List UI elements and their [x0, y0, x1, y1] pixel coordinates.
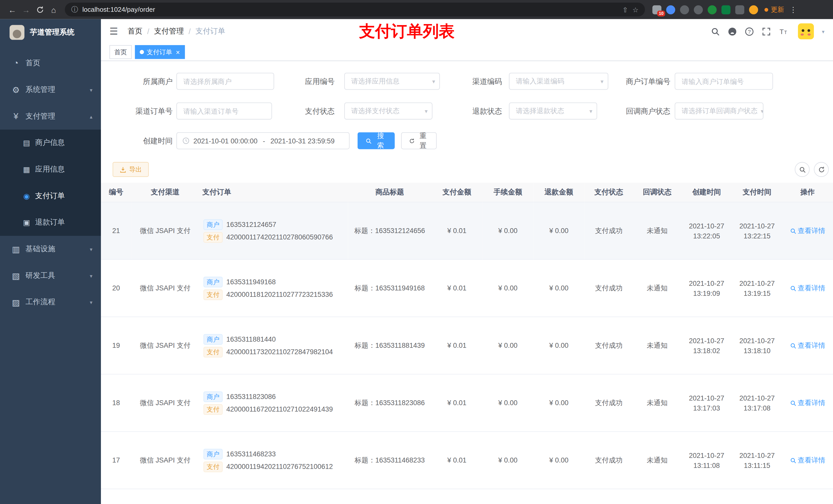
search-button-label: 搜索	[374, 131, 386, 150]
export-button[interactable]: 导出	[113, 162, 149, 177]
pay-channel-cell	[131, 489, 199, 504]
notify-status-cell: 未通知	[633, 374, 681, 432]
tab-home[interactable]: 首页	[110, 45, 132, 59]
sidebar-item-devtools[interactable]: ▧ 研发工具 ▾	[0, 263, 101, 289]
sidebar-item-home[interactable]: ◔ 首页	[0, 50, 101, 77]
search-button[interactable]: 搜索	[358, 132, 395, 149]
hamburger-icon[interactable]: ☰	[110, 26, 118, 38]
table-row[interactable]: 18 微信 JSAPI 支付 商户 1635311823086 支付 42000…	[101, 374, 833, 432]
sidebar-item-workflow[interactable]: ▨ 工作流程 ▾	[0, 289, 101, 315]
close-icon[interactable]: ×	[176, 49, 180, 55]
extension-icon-2[interactable]	[694, 5, 703, 14]
goods-title-cell	[348, 489, 431, 504]
pay-status-filter-select[interactable]: 请选择支付状态▾	[344, 102, 432, 119]
view-detail-link[interactable]: 查看详情	[790, 283, 825, 293]
extension-chat-icon[interactable]	[721, 5, 730, 14]
select-placeholder: 请选择退款状态	[516, 106, 564, 116]
select-placeholder: 请选择订单回调商户状态	[682, 106, 758, 116]
sidebar-item-refund-order[interactable]: ▣ 退款订单	[0, 209, 101, 236]
github-icon[interactable]	[728, 27, 737, 36]
bookmark-icon[interactable]: ☆	[633, 6, 639, 14]
browser-back-icon[interactable]: ←	[5, 3, 19, 16]
chevron-down-icon: ▾	[761, 107, 763, 115]
pay-time: 13:18:10	[735, 345, 779, 356]
search-icon[interactable]	[711, 27, 720, 36]
tab-pay-order[interactable]: 支付订单 ×	[135, 45, 185, 59]
view-detail-link[interactable]: 查看详情	[790, 455, 825, 465]
date-start-value[interactable]: 2021-10-01 00:00:00	[193, 137, 257, 145]
app-logo[interactable]: 芋道管理系统	[0, 19, 101, 46]
pay-order-no: 4200001174202110278060590766	[227, 233, 333, 241]
avatar-caret-icon[interactable]: ▾	[822, 28, 824, 34]
extension-icon-1[interactable]	[680, 5, 689, 14]
address-bar[interactable]: ⓘ localhost:1024/pay/order ⇧ ☆	[65, 3, 645, 16]
sidebar-item-payment[interactable]: ¥ 支付管理 ▴	[0, 103, 101, 129]
create-time-range-picker[interactable]: 2021-10-01 00:00:00 - 2021-10-31 23:59:5…	[176, 132, 350, 149]
view-detail-link[interactable]: 查看详情	[790, 226, 825, 235]
share-icon[interactable]: ⇧	[622, 6, 628, 14]
merchant-filter-input[interactable]	[176, 73, 274, 90]
notify-status-filter-select[interactable]: 请选择订单回调商户状态▾	[675, 102, 763, 119]
browser-update-button[interactable]: 更新	[764, 5, 784, 14]
yen-icon: ¥	[9, 112, 22, 121]
table-row[interactable]: 19 微信 JSAPI 支付 商户 1635311881440 支付 42000…	[101, 317, 833, 374]
channel-code-filter-select[interactable]: 请输入渠道编码▾	[509, 73, 609, 90]
refresh-table-button[interactable]	[814, 162, 829, 177]
merchant-badge: 商户	[204, 334, 222, 344]
browser-menu-icon[interactable]: ⋮	[789, 5, 797, 14]
goods-title-cell: 标题：1635311949168	[348, 259, 431, 317]
breadcrumb-payment[interactable]: 支付管理	[154, 27, 184, 36]
merchant-order-no: 1635312124657	[227, 220, 277, 229]
view-detail-link[interactable]: 查看详情	[790, 398, 825, 407]
app-id-filter-select[interactable]: 请选择应用信息▾	[344, 73, 440, 90]
toggle-search-button[interactable]	[795, 162, 810, 177]
sidebar-item-app-info[interactable]: ▦ 应用信息	[0, 156, 101, 183]
browser-home-icon[interactable]: ⌂	[47, 3, 61, 16]
extension-avatar-icon[interactable]	[749, 5, 758, 14]
extension-check-icon[interactable]	[708, 5, 717, 14]
pay-time-cell	[732, 489, 782, 504]
create-date: 2021-10-27	[684, 335, 729, 345]
card-icon: ▤	[21, 139, 32, 147]
breadcrumb-home[interactable]: 首页	[127, 27, 142, 36]
reset-button[interactable]: 重置	[401, 132, 437, 149]
table-row[interactable]: 商户 1635311157 支付	[101, 489, 833, 504]
channel-order-no-filter-input[interactable]	[176, 102, 272, 119]
fee-amount-cell: ¥ 0.00	[482, 317, 533, 374]
user-avatar[interactable]	[798, 23, 814, 39]
pay-badge: 支付	[204, 461, 222, 472]
font-size-icon[interactable]	[779, 27, 788, 36]
sidebar-item-pay-order[interactable]: ◉ 支付订单	[0, 183, 101, 209]
table-row[interactable]: 17 微信 JSAPI 支付 商户 1635311468233 支付 42000…	[101, 432, 833, 489]
browser-reload-icon[interactable]	[33, 3, 47, 16]
merchant-badge: 商户	[204, 219, 222, 230]
extension-puzzle-icon[interactable]: 10	[652, 5, 661, 14]
table-row[interactable]: 20 微信 JSAPI 支付 商户 1635311949168 支付 42000…	[101, 259, 833, 317]
logo-avatar	[9, 25, 24, 40]
date-end-value[interactable]: 2021-10-31 23:59:59	[270, 137, 335, 145]
filter-row-1: 所属商户 应用编号 请选择应用信息▾ 渠道编码 请输入渠道编码▾ 商户订单编号	[113, 73, 833, 90]
sidebar-item-merchant-info[interactable]: ▤ 商户信息	[0, 129, 101, 156]
create-time-cell: 2021-10-27 13:22:05	[681, 202, 732, 259]
extension-drop-icon[interactable]	[666, 5, 675, 14]
view-detail-link[interactable]: 查看详情	[790, 341, 825, 350]
refund-amount-cell: ¥ 0.00	[533, 432, 584, 489]
extension-pin-icon[interactable]	[735, 5, 744, 14]
merchant-order-no-filter-input[interactable]	[675, 73, 773, 90]
goods-title-cell: 标题：1635311881439	[348, 317, 431, 374]
refund-status-filter-select[interactable]: 请选择退款状态▾	[509, 102, 597, 119]
create-time-filter-label: 创建时间	[113, 132, 173, 149]
pay-badge: 支付	[204, 346, 222, 357]
extension-badge: 10	[657, 10, 665, 16]
fullscreen-icon[interactable]	[762, 27, 771, 36]
refresh-icon	[409, 137, 415, 144]
url-text[interactable]: localhost:1024/pay/order	[82, 6, 618, 13]
browser-forward-icon[interactable]: →	[19, 3, 33, 16]
pay-channel-cell: 微信 JSAPI 支付	[131, 202, 199, 259]
table-row[interactable]: 21 微信 JSAPI 支付 商户 1635312124657 支付 42000…	[101, 202, 833, 259]
sidebar-item-infrastructure[interactable]: ▥ 基础设施 ▾	[0, 236, 101, 263]
site-info-icon[interactable]: ⓘ	[71, 5, 78, 14]
app-title: 芋道管理系统	[30, 28, 74, 37]
sidebar-item-system[interactable]: ⚙ 系统管理 ▾	[0, 77, 101, 103]
help-icon[interactable]	[745, 27, 754, 36]
